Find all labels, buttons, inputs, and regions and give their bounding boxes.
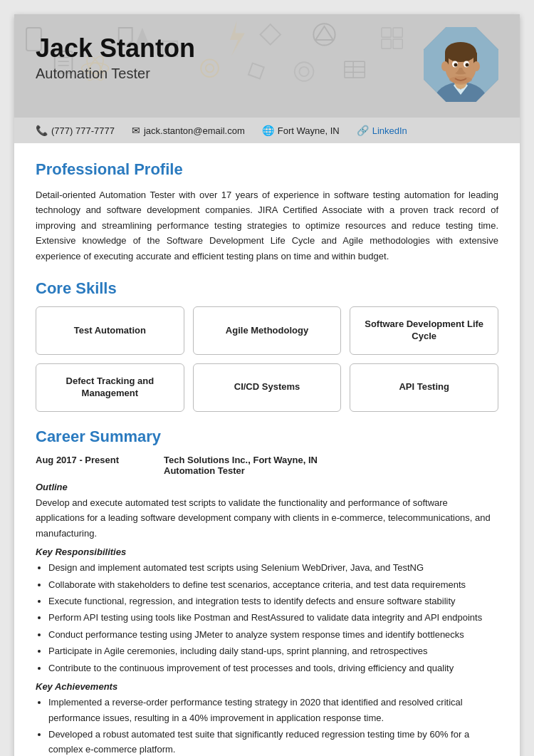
responsibilities-label: Key Responsibilities [36,547,498,557]
contact-linkedin[interactable]: 🔗 LinkedIn [357,125,407,136]
career-entry-0: Aug 2017 - Present Tech Solutions Inc., … [36,455,498,756]
email-address: jack.stanton@email.com [144,125,245,136]
responsibility-1: Collaborate with stakeholders to define … [48,577,498,592]
svg-point-37 [441,61,449,71]
skill-item-5: API Testing [350,363,498,412]
achievements-label: Key Achievements [36,681,498,692]
skill-item-3: Defect Tracking and Management [36,363,184,412]
linkedin-icon: 🔗 [357,125,369,136]
responsibility-4: Conduct performance testing using JMeter… [48,627,498,642]
phone-icon: 📞 [36,125,48,136]
contact-bar: 📞 (777) 777-7777 ✉ jack.stanton@email.co… [14,118,520,143]
career-dates: Aug 2017 - Present [36,455,135,465]
contact-location: 🌐 Fort Wayne, IN [262,125,340,136]
location-text: Fort Wayne, IN [278,125,340,136]
skill-item-2: Software Development Life Cycle [350,306,498,355]
main-content: Professional Profile Detail-oriented Aut… [14,143,520,756]
phone-number: (777) 777-7777 [51,125,115,136]
svg-point-38 [473,61,480,71]
contact-phone: 📞 (777) 777-7777 [36,125,115,136]
responsibility-2: Execute functional, regression, and inte… [48,594,498,609]
skill-item-1: Agile Methodology [193,306,342,355]
achievements-list: Implemented a reverse-order performance … [48,695,498,756]
skills-section-heading: Core Skills [36,279,498,298]
achievement-1: Developed a robust automated test suite … [48,727,498,756]
career-company: Tech Solutions Inc., Fort Wayne, IN [164,455,318,465]
svg-point-34 [445,42,476,62]
header-section: Jack Stanton Automation Tester [14,14,520,118]
responsibility-0: Design and implement automated test scri… [48,560,498,575]
career-section-heading: Career Summary [36,428,498,446]
profile-text: Detail-oriented Automation Tester with o… [36,187,498,264]
profile-section-heading: Professional Profile [36,160,498,179]
svg-point-42 [466,63,469,67]
responsibility-6: Contribute to the continuous improvement… [48,661,498,675]
responsibility-3: Perform API testing using tools like Pos… [48,610,498,625]
responsibility-5: Participate in Agile ceremonies, includi… [48,643,498,658]
outline-label: Outline [36,482,498,492]
responsibilities-list: Design and implement automated test scri… [48,560,498,675]
location-icon: 🌐 [262,125,274,136]
avatar-wrapper [424,27,498,102]
email-icon: ✉ [132,125,140,136]
svg-point-41 [454,63,458,67]
career-company-role: Tech Solutions Inc., Fort Wayne, IN Auto… [164,455,318,476]
skill-item-0: Test Automation [36,306,184,355]
skills-grid: Test Automation Agile Methodology Softwa… [36,306,498,412]
skill-item-4: CI/CD Systems [193,363,342,412]
career-role: Automation Tester [164,465,318,476]
achievement-0: Implemented a reverse-order performance … [48,695,498,725]
avatar-image [424,27,498,102]
career-header-row: Aug 2017 - Present Tech Solutions Inc., … [36,455,498,476]
contact-email: ✉ jack.stanton@email.com [132,125,245,136]
outline-text: Develop and execute automated test scrip… [36,495,498,541]
resume-page: Jack Stanton Automation Tester [14,14,520,756]
svg-point-43 [449,76,472,83]
linkedin-text: LinkedIn [372,125,407,136]
avatar [424,27,498,102]
